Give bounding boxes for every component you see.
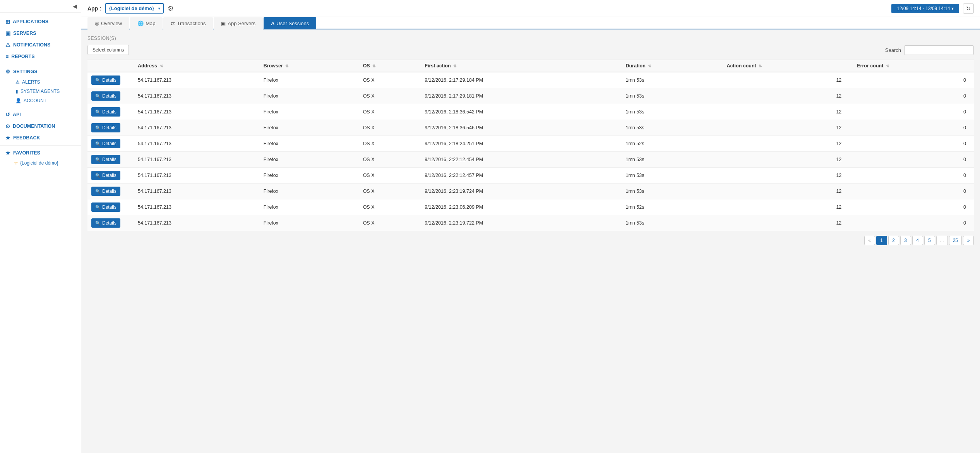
settings-gear-button[interactable]: ⚙ [168,4,174,13]
pagination-page-3[interactable]: 3 [900,236,911,245]
refresh-button[interactable]: ↻ [963,3,974,14]
sort-first-action-icon[interactable]: ⇅ [453,64,456,68]
cell-os: OS X [359,152,421,168]
cell-browser: Firefox [260,72,359,88]
cell-address: 54.171.167.213 [134,168,260,184]
sidebar-item-alerts[interactable]: ⚠ ALERTS [12,77,81,87]
sidebar-item-notifications[interactable]: ⚠ NOTIFICATIONS [0,39,81,51]
sort-address-icon[interactable]: ⇅ [160,64,163,68]
details-button[interactable]: 🔍 Details [91,123,120,132]
sort-os-icon[interactable]: ⇅ [372,64,375,68]
servers-icon: ▣ [5,30,10,36]
sort-error-count-icon[interactable]: ⇅ [886,64,889,68]
sidebar-item-settings[interactable]: ⚙ SETTINGS [0,66,81,77]
cell-browser: Firefox [260,152,359,168]
sidebar-item-label: SERVERS [13,31,36,36]
sidebar-item-api[interactable]: ↺ API [0,109,81,120]
collapse-icon[interactable]: ◀ [73,3,77,9]
search-area: Search [885,45,974,55]
details-button[interactable]: 🔍 Details [91,91,120,101]
favorite-app-star-icon: ☆ [14,160,18,166]
sidebar-toggle[interactable]: ◀ [0,0,81,13]
pagination-prev[interactable]: « [864,236,875,245]
cell-error-count: 0 [853,184,974,199]
pagination-ellipsis: ... [936,236,948,245]
cell-details: 🔍 Details [87,120,134,136]
sidebar-item-applications[interactable]: ⊞ APPLICATIONS [0,16,81,27]
sidebar-item-feedback[interactable]: ★ FEEDBACK [0,132,81,144]
col-header-action-count: Action count ⇅ [723,60,853,72]
tab-app-servers[interactable]: ▣ App Servers [214,17,263,29]
sidebar-item-label: APPLICATIONS [13,19,48,24]
sidebar-favorite-app[interactable]: ☆ {Logiciel de démo} [0,159,81,167]
details-button[interactable]: 🔍 Details [91,107,120,117]
map-icon: 🌐 [137,21,144,26]
tab-label: User Sessions [276,21,309,26]
col-header-os: OS ⇅ [359,60,421,72]
sidebar-item-favorites[interactable]: ★ FAVORITES [0,147,81,159]
cell-first-action: 9/12/2016, 2:17:29.181 PM [421,88,622,104]
sort-browser-icon[interactable]: ⇅ [285,64,288,68]
search-icon: 🔍 [95,189,101,194]
pagination-page-2[interactable]: 2 [888,236,899,245]
tab-overview[interactable]: ◎ Overview [87,17,129,29]
pagination-page-25[interactable]: 25 [949,236,962,245]
app-select[interactable]: {Logiciel de démo} [105,3,164,14]
date-range-label: 12/09 14:14 - 13/09 14:14 ▾ [897,6,954,11]
cell-details: 🔍 Details [87,72,134,88]
tab-map[interactable]: 🌐 Map [130,17,163,29]
pagination-page-5[interactable]: 5 [924,236,935,245]
date-range-button[interactable]: 12/09 14:14 - 13/09 14:14 ▾ [891,4,959,13]
sidebar-item-system-agents[interactable]: ▮ SYSTEM AGENTS [12,87,81,96]
cell-details: 🔍 Details [87,136,134,152]
account-icon: 👤 [15,98,21,103]
cell-action-count: 12 [723,136,853,152]
search-input[interactable] [904,45,974,55]
tab-transactions[interactable]: ⇄ Transactions [163,17,213,29]
applications-icon: ⊞ [5,19,10,25]
details-button[interactable]: 🔍 Details [91,202,120,212]
sidebar-item-servers[interactable]: ▣ SERVERS [0,27,81,39]
col-header-error-count: Error count ⇅ [853,60,974,72]
details-button[interactable]: 🔍 Details [91,171,120,180]
table-row: 🔍 Details 54.171.167.213 Firefox OS X 9/… [87,168,974,184]
cell-first-action: 9/12/2016, 2:22:12.454 PM [421,152,622,168]
details-btn-label: Details [102,189,117,194]
details-button[interactable]: 🔍 Details [91,155,120,164]
pagination-page-4[interactable]: 4 [912,236,923,245]
pagination-page-1[interactable]: 1 [876,236,887,245]
sidebar-item-documentation[interactable]: ⊙ DOCUMENTATION [0,120,81,132]
tab-user-sessions[interactable]: A User Sessions [264,17,316,29]
cell-first-action: 9/12/2016, 2:18:36.542 PM [421,104,622,120]
cell-address: 54.171.167.213 [134,120,260,136]
sidebar-item-reports[interactable]: ≡ REPORTS [0,51,81,62]
cell-browser: Firefox [260,120,359,136]
cell-os: OS X [359,72,421,88]
cell-first-action: 9/12/2016, 2:18:24.251 PM [421,136,622,152]
tab-label: App Servers [228,21,255,26]
details-button[interactable]: 🔍 Details [91,139,120,148]
cell-browser: Firefox [260,104,359,120]
details-button[interactable]: 🔍 Details [91,187,120,196]
system-agents-icon: ▮ [15,89,18,94]
documentation-icon: ⊙ [5,123,10,129]
col-header-address: Address ⇅ [134,60,260,72]
details-button[interactable]: 🔍 Details [91,76,120,85]
sort-action-count-icon[interactable]: ⇅ [759,64,762,68]
details-button[interactable]: 🔍 Details [91,218,120,228]
cell-action-count: 12 [723,152,853,168]
select-columns-button[interactable]: Select columns [87,45,129,55]
sort-duration-icon[interactable]: ⇅ [648,64,651,68]
cell-details: 🔍 Details [87,168,134,184]
details-btn-label: Details [102,77,117,83]
sidebar-item-account[interactable]: 👤 ACCOUNT [12,96,81,105]
cell-error-count: 0 [853,168,974,184]
user-sessions-icon: A [271,21,274,26]
pagination-next[interactable]: » [963,236,974,245]
cell-duration: 1mn 53s [622,72,723,88]
section-title: SESSION(S) [87,36,974,41]
pagination: « 1 2 3 4 5 ... 25 » [87,231,974,247]
app-select-wrapper[interactable]: {Logiciel de démo} [105,3,164,14]
table-row: 🔍 Details 54.171.167.213 Firefox OS X 9/… [87,104,974,120]
cell-address: 54.171.167.213 [134,215,260,231]
